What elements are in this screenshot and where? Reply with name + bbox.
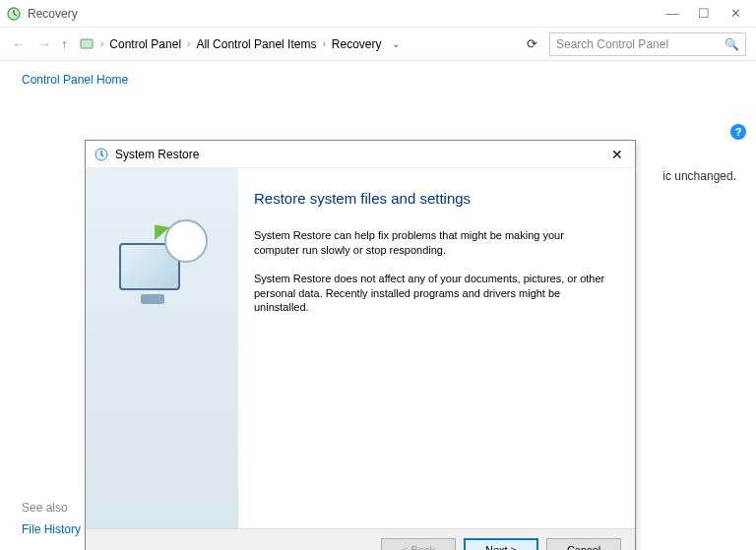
cancel-button[interactable]: Cancel <box>546 538 621 550</box>
chevron-right-icon: › <box>98 38 105 49</box>
next-button[interactable]: Next > <box>464 538 538 550</box>
system-restore-icon <box>94 147 109 162</box>
back-button: < Back <box>381 538 456 550</box>
background-text-fragment: ic unchanged. <box>662 169 736 183</box>
control-panel-home-link[interactable]: Control Panel Home <box>22 73 138 87</box>
minimize-button[interactable]: — <box>665 6 679 21</box>
dialog-sidebar <box>86 168 238 528</box>
help-icon[interactable]: ? <box>730 124 746 140</box>
svg-rect-1 <box>81 39 93 48</box>
breadcrumb-item[interactable]: Control Panel <box>109 37 181 51</box>
chevron-down-icon[interactable]: ⌄ <box>392 38 400 49</box>
breadcrumb-item[interactable]: Recovery <box>332 37 382 51</box>
file-history-link[interactable]: File History <box>22 522 81 536</box>
back-arrow-icon[interactable]: ← <box>10 36 28 52</box>
search-placeholder: Search Control Panel <box>556 37 668 51</box>
left-bottom: See also File History <box>22 501 81 536</box>
clock-icon <box>164 219 208 263</box>
window-close-button[interactable]: ✕ <box>728 6 742 21</box>
dialog-body: Restore system files and settings System… <box>86 168 635 528</box>
navbar: ← → ↑ › Control Panel › All Control Pane… <box>0 28 756 61</box>
search-icon: 🔍 <box>724 37 739 51</box>
dialog-close-button[interactable]: ✕ <box>607 147 627 162</box>
restore-illustration <box>113 217 212 306</box>
dialog-titlebar: System Restore ✕ <box>86 141 635 168</box>
up-arrow-icon[interactable]: ↑ <box>61 37 67 51</box>
search-input[interactable]: Search Control Panel 🔍 <box>549 32 746 56</box>
dialog-title: System Restore <box>115 148 607 161</box>
breadcrumb[interactable]: › Control Panel › All Control Panel Item… <box>75 32 515 56</box>
content-area: Control Panel Home See also File History… <box>0 61 756 550</box>
maximize-button[interactable]: ☐ <box>697 6 711 21</box>
chevron-right-icon: › <box>320 38 327 49</box>
dialog-paragraph-1: System Restore can help fix problems tha… <box>254 228 609 258</box>
system-restore-dialog: System Restore ✕ Restore system files an… <box>85 140 636 550</box>
forward-arrow-icon[interactable]: → <box>35 36 53 52</box>
dialog-main: Restore system files and settings System… <box>238 168 635 528</box>
control-panel-icon <box>79 36 94 52</box>
refresh-icon[interactable]: ⟳ <box>523 36 541 51</box>
window-controls: — ☐ ✕ <box>665 6 750 21</box>
dialog-heading: Restore system files and settings <box>254 190 609 207</box>
breadcrumb-item[interactable]: All Control Panel Items <box>196 37 316 51</box>
chevron-right-icon: › <box>185 38 192 49</box>
dialog-footer: < Back Next > Cancel <box>86 528 635 550</box>
recovery-app-icon <box>6 6 22 22</box>
dialog-paragraph-2: System Restore does not affect any of yo… <box>254 272 609 316</box>
window-title: Recovery <box>28 7 665 21</box>
see-also-label: See also <box>22 501 81 515</box>
titlebar: Recovery — ☐ ✕ <box>0 0 756 28</box>
